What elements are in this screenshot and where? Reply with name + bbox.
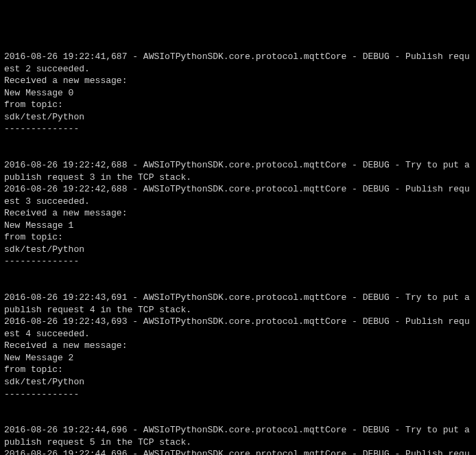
- log-line: --------------: [4, 123, 472, 135]
- log-line: 2016-08-26 19:22:44,696 - AWSIoTPythonSD…: [4, 424, 472, 448]
- log-block: 2016-08-26 19:22:41,687 - AWSIoTPythonSD…: [4, 51, 472, 135]
- log-line: New Message 2: [4, 352, 472, 364]
- blank-line: [4, 400, 472, 412]
- log-line: 2016-08-26 19:22:44,696 - AWSIoTPythonSD…: [4, 448, 472, 455]
- log-line: 2016-08-26 19:22:43,693 - AWSIoTPythonSD…: [4, 316, 472, 340]
- log-line: sdk/test/Python: [4, 376, 472, 388]
- log-line: Received a new message:: [4, 340, 472, 352]
- log-block: 2016-08-26 19:22:43,691 - AWSIoTPythonSD…: [4, 292, 472, 400]
- log-line: from topic:: [4, 364, 472, 376]
- blank-line: [4, 148, 472, 160]
- log-line: sdk/test/Python: [4, 111, 472, 124]
- log-line: from topic:: [4, 99, 472, 111]
- log-line: from topic:: [4, 231, 472, 244]
- log-line: 2016-08-26 19:22:41,687 - AWSIoTPythonSD…: [4, 51, 472, 75]
- log-line: 2016-08-26 19:22:42,688 - AWSIoTPythonSD…: [4, 183, 472, 207]
- blank-line: [4, 268, 472, 280]
- log-block: 2016-08-26 19:22:42,688 - AWSIoTPythonSD…: [4, 159, 472, 268]
- blank-line: [4, 280, 472, 292]
- blank-line: [4, 135, 472, 148]
- log-line: New Message 0: [4, 87, 472, 100]
- terminal-output[interactable]: 2016-08-26 19:22:41,687 - AWSIoTPythonSD…: [4, 51, 472, 455]
- log-block: 2016-08-26 19:22:44,696 - AWSIoTPythonSD…: [4, 424, 472, 455]
- log-line: New Message 1: [4, 220, 472, 232]
- log-line: Received a new message:: [4, 207, 472, 220]
- blank-line: [4, 412, 472, 425]
- log-line: --------------: [4, 388, 472, 401]
- log-line: 2016-08-26 19:22:42,688 - AWSIoTPythonSD…: [4, 159, 472, 183]
- log-line: sdk/test/Python: [4, 244, 472, 256]
- log-line: Received a new message:: [4, 75, 472, 87]
- log-line: --------------: [4, 255, 472, 268]
- log-line: 2016-08-26 19:22:43,691 - AWSIoTPythonSD…: [4, 292, 472, 316]
